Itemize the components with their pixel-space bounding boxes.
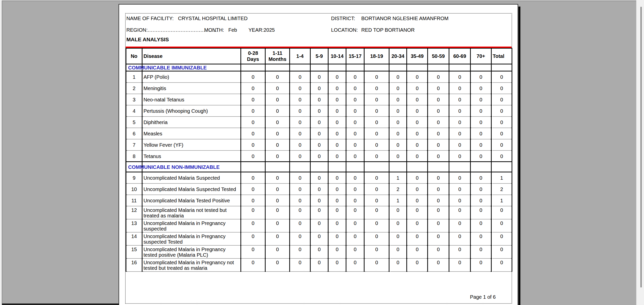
- value-cell: 0: [310, 195, 328, 206]
- value-cell: 0: [241, 105, 265, 117]
- value-cell: 0: [428, 195, 449, 206]
- value-cell: 0: [346, 94, 364, 105]
- disease-table-wrap: NoDisease0-28Days1-11Months1-45-910-1415…: [126, 48, 512, 272]
- value-cell: 0: [290, 105, 310, 117]
- value-cell: 0: [241, 195, 265, 206]
- row-number-cell: 10: [126, 183, 142, 195]
- value-cell: 0: [290, 183, 310, 195]
- value-cell: 0: [328, 94, 346, 105]
- row-number-cell: 11: [126, 195, 142, 206]
- value-cell: 0: [471, 150, 491, 162]
- row-number-cell: 16: [126, 258, 142, 272]
- value-cell: 0: [290, 94, 310, 105]
- value-cell: 0: [491, 232, 512, 245]
- value-cell: 0: [328, 206, 346, 219]
- value-cell: 0: [471, 219, 491, 232]
- row-number-cell: 5: [126, 117, 142, 128]
- value-cell: 1: [491, 172, 512, 183]
- value-cell: 0: [491, 258, 512, 272]
- value-cell: 0: [449, 71, 471, 83]
- value-cell: 0: [265, 105, 290, 117]
- value-cell: 0: [265, 232, 290, 245]
- empty-cell: [389, 64, 407, 71]
- value-cell: 0: [407, 172, 428, 183]
- value-cell: 0: [449, 94, 471, 105]
- empty-cell: [407, 162, 428, 172]
- empty-cell: [328, 162, 346, 172]
- value-cell: 0: [407, 183, 428, 195]
- value-cell: 0: [364, 71, 389, 83]
- location-value: RED TOP BORTIANOR: [361, 27, 415, 33]
- disease-cell: Uncomplicated Malaria in Pregnancy teste…: [142, 245, 241, 258]
- month-label: MONTH:: [204, 27, 224, 33]
- value-cell: 0: [491, 83, 512, 94]
- value-cell: 0: [471, 183, 491, 195]
- value-cell: 0: [241, 117, 265, 128]
- value-cell: 0: [328, 150, 346, 162]
- vertical-scrollbar-thumb[interactable]: [640, 7, 642, 287]
- value-cell: 0: [491, 71, 512, 83]
- value-cell: 0: [471, 94, 491, 105]
- row-number-cell: 2: [126, 83, 142, 94]
- value-cell: 0: [346, 117, 364, 128]
- value-cell: 0: [241, 219, 265, 232]
- value-cell: 0: [407, 150, 428, 162]
- table-row: 4Pertussis (Whooping Cough)0000000000000: [126, 105, 512, 117]
- value-cell: 0: [428, 172, 449, 183]
- value-cell: 0: [491, 117, 512, 128]
- value-cell: 1: [491, 195, 512, 206]
- column-header: 5-9: [310, 48, 328, 64]
- value-cell: 0: [471, 206, 491, 219]
- empty-cell: [310, 64, 328, 71]
- vertical-scrollbar[interactable]: [636, 1, 644, 305]
- report-page[interactable]: NAME OF FACILITY: CRYSTAL HOSPITAL LIMIT…: [119, 4, 518, 305]
- value-cell: 0: [241, 183, 265, 195]
- value-cell: 0: [389, 128, 407, 139]
- value-cell: 0: [407, 206, 428, 219]
- column-header: 0-28Days: [241, 48, 265, 64]
- disease-cell: Uncomplicated Malaria Suspected: [142, 172, 241, 183]
- empty-cell: [346, 64, 364, 71]
- value-cell: 0: [428, 105, 449, 117]
- empty-cell: [449, 64, 471, 71]
- value-cell: 0: [364, 172, 389, 183]
- value-cell: 0: [290, 195, 310, 206]
- value-cell: 0: [407, 105, 428, 117]
- value-cell: 0: [265, 206, 290, 219]
- value-cell: 0: [428, 206, 449, 219]
- value-cell: 0: [346, 150, 364, 162]
- value-cell: 0: [265, 195, 290, 206]
- value-cell: 0: [346, 83, 364, 94]
- empty-cell: [491, 162, 512, 172]
- value-cell: 0: [471, 172, 491, 183]
- value-cell: 0: [265, 150, 290, 162]
- table-row: 13Uncomplicated Malaria in Pregnancy sus…: [126, 219, 512, 232]
- row-number-cell: 3: [126, 94, 142, 105]
- empty-cell: [346, 162, 364, 172]
- table-row: 12Uncomplicated Malaria not tested but t…: [126, 206, 512, 219]
- value-cell: 0: [290, 232, 310, 245]
- column-header: 15-17: [346, 48, 364, 64]
- value-cell: 0: [449, 183, 471, 195]
- column-header: 20-34: [389, 48, 407, 64]
- value-cell: 0: [471, 105, 491, 117]
- value-cell: 0: [346, 71, 364, 83]
- value-cell: 0: [310, 128, 328, 139]
- value-cell: 0: [471, 117, 491, 128]
- value-cell: 0: [290, 206, 310, 219]
- disease-cell: Uncomplicated Malaria in Pregnancy suspe…: [142, 232, 241, 245]
- empty-cell: [407, 64, 428, 71]
- value-cell: 0: [407, 128, 428, 139]
- value-cell: 0: [265, 172, 290, 183]
- value-cell: 0: [310, 117, 328, 128]
- column-header: 60-69: [449, 48, 471, 64]
- location-label: LOCATION:: [331, 27, 358, 33]
- empty-cell: [290, 162, 310, 172]
- value-cell: 0: [265, 128, 290, 139]
- value-cell: 0: [449, 105, 471, 117]
- value-cell: 0: [310, 183, 328, 195]
- value-cell: 0: [364, 206, 389, 219]
- table-row: 15Uncomplicated Malaria in Pregnancy tes…: [126, 245, 512, 258]
- table-row: 8Tetanus0000000000000: [126, 150, 512, 162]
- value-cell: 0: [364, 183, 389, 195]
